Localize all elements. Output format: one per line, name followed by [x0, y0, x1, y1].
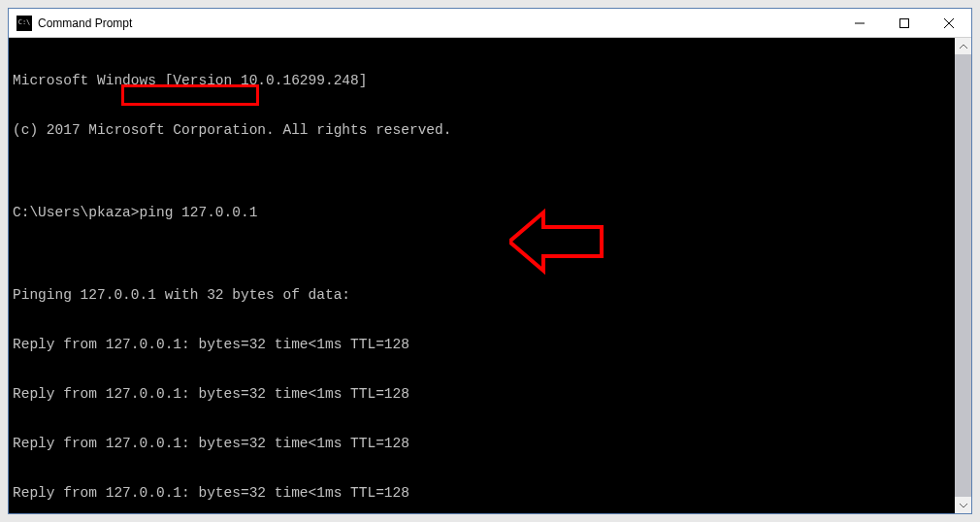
minimize-icon: [855, 18, 865, 28]
chevron-up-icon: [960, 43, 967, 50]
output-line: (c) 2017 Microsoft Corporation. All righ…: [13, 122, 951, 139]
window-controls: [837, 9, 971, 37]
command-prompt-window: Command Prompt Microsoft Windows: [8, 8, 972, 514]
minimize-button[interactable]: [837, 9, 882, 37]
output-line: Reply from 127.0.0.1: bytes=32 time<1ms …: [13, 485, 951, 502]
output-line: Microsoft Windows [Version 10.0.16299.24…: [13, 73, 951, 89]
output-line: C:\Users\pkaza>ping 127.0.0.1: [13, 205, 951, 221]
titlebar[interactable]: Command Prompt: [9, 9, 971, 38]
scrollbar-thumb[interactable]: [955, 54, 971, 497]
terminal-output: Microsoft Windows [Version 10.0.16299.24…: [9, 38, 955, 513]
svg-rect-1: [900, 18, 909, 27]
scrollbar-up-button[interactable]: [955, 38, 971, 54]
maximize-icon: [899, 18, 909, 28]
cmd-icon: [16, 16, 32, 31]
close-button[interactable]: [927, 9, 971, 37]
output-line: Reply from 127.0.0.1: bytes=32 time<1ms …: [13, 386, 951, 403]
terminal-area[interactable]: Microsoft Windows [Version 10.0.16299.24…: [9, 38, 971, 513]
vertical-scrollbar[interactable]: [955, 38, 971, 513]
output-line: Reply from 127.0.0.1: bytes=32 time<1ms …: [13, 337, 951, 353]
window-title: Command Prompt: [38, 16, 837, 30]
maximize-button[interactable]: [882, 9, 927, 37]
scrollbar-track[interactable]: [955, 54, 971, 497]
close-icon: [944, 18, 954, 28]
output-line: Reply from 127.0.0.1: bytes=32 time<1ms …: [13, 436, 951, 452]
scrollbar-down-button[interactable]: [955, 497, 971, 513]
chevron-down-icon: [960, 502, 967, 509]
output-line: Pinging 127.0.0.1 with 32 bytes of data:: [13, 287, 951, 304]
